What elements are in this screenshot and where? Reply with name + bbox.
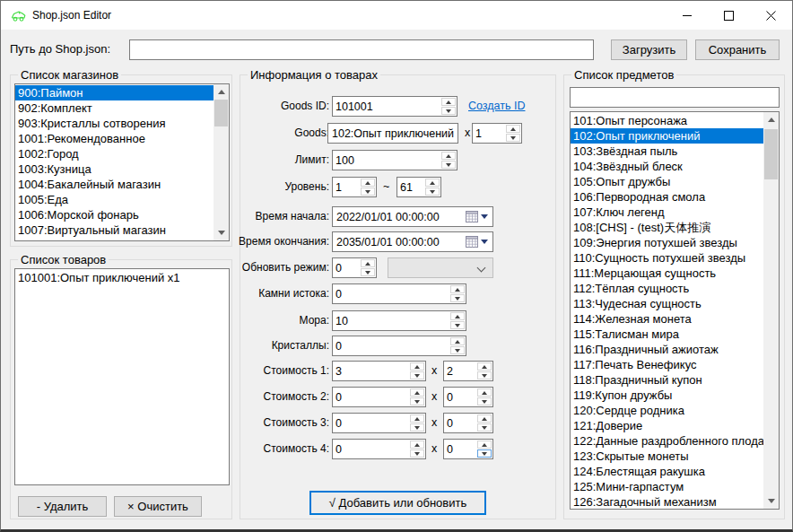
spin-down-icon[interactable]: [410, 397, 424, 406]
spin-up-icon[interactable]: [410, 414, 424, 423]
list-item[interactable]: 104:Звёздный блеск: [571, 159, 763, 174]
list-item[interactable]: 117:Печать Венефикус: [571, 357, 763, 372]
spin-up-icon[interactable]: [425, 179, 440, 187]
list-item[interactable]: 115:Талисман мира: [571, 327, 763, 342]
list-item[interactable]: 108:[CHS] - (test)天体推演: [571, 220, 763, 235]
cost1-count-input[interactable]: [444, 362, 476, 380]
end-time-input[interactable]: [333, 236, 466, 249]
list-item[interactable]: 122:Данные раздробленного плода: [571, 433, 763, 449]
cost1-item-spinner[interactable]: [332, 361, 426, 381]
list-item[interactable]: 1001:Рекомендованное: [15, 131, 214, 146]
level-min-input[interactable]: [333, 178, 360, 196]
spin-down-icon[interactable]: [450, 294, 465, 302]
list-item[interactable]: 1007:Виртуальный магазин: [15, 222, 214, 238]
goods-input[interactable]: [327, 123, 458, 144]
list-item[interactable]: 116:Праздничный ажиотаж: [571, 342, 763, 357]
refresh-mode-spinner[interactable]: [332, 257, 377, 278]
save-button[interactable]: Сохранить: [695, 39, 780, 60]
spin-down-icon[interactable]: [477, 371, 492, 379]
list-item[interactable]: 106:Первородная смола: [571, 189, 763, 205]
goods-count-spinner[interactable]: [472, 123, 522, 144]
spin-down-icon[interactable]: [477, 423, 492, 432]
add-or-update-button[interactable]: √ Добавить или обновить: [309, 491, 486, 515]
item-list-scrollbar[interactable]: [763, 112, 779, 509]
list-item[interactable]: 119:Купон дружбы: [571, 388, 763, 403]
spin-down-icon[interactable]: [441, 107, 456, 115]
scroll-down-icon[interactable]: [763, 493, 779, 509]
list-item[interactable]: 118:Праздничный купон: [571, 372, 763, 388]
cost1-item-input[interactable]: [333, 362, 409, 380]
calendar-dropdown[interactable]: [466, 211, 492, 222]
spin-up-icon[interactable]: [441, 98, 456, 106]
goods-id-input[interactable]: [333, 97, 440, 116]
list-item[interactable]: 123:Скрытые монеты: [571, 449, 763, 464]
list-item[interactable]: 1002:Город: [15, 146, 214, 161]
list-item[interactable]: 111:Мерцающая сущность: [571, 266, 763, 281]
mora-spinner[interactable]: [332, 310, 466, 331]
cost3-count-spinner[interactable]: [443, 413, 493, 433]
spin-down-icon[interactable]: [361, 188, 375, 196]
spin-up-icon[interactable]: [450, 337, 465, 345]
spin-up-icon[interactable]: [477, 440, 492, 449]
level-min-spinner[interactable]: [332, 177, 377, 197]
list-item[interactable]: 107:Ключ легенд: [571, 205, 763, 220]
list-item[interactable]: 114:Железная монета: [571, 311, 763, 327]
spin-down-icon[interactable]: [410, 449, 424, 458]
spin-up-icon[interactable]: [477, 414, 492, 423]
maximize-button[interactable]: [708, 1, 750, 30]
cost3-item-spinner[interactable]: [332, 413, 426, 433]
list-item[interactable]: 1006:Морской фонарь: [15, 207, 214, 222]
refresh-mode-input[interactable]: [333, 258, 360, 277]
spin-down-icon[interactable]: [506, 134, 520, 142]
limit-input[interactable]: [333, 151, 440, 170]
spin-up-icon[interactable]: [441, 152, 456, 160]
path-input[interactable]: [129, 39, 594, 60]
cost3-count-input[interactable]: [444, 414, 476, 432]
spin-down-icon[interactable]: [441, 161, 456, 169]
list-item[interactable]: 900:Паймон: [15, 85, 214, 100]
spin-up-icon[interactable]: [477, 362, 492, 371]
spin-down-icon[interactable]: [477, 449, 492, 458]
mora-input[interactable]: [333, 311, 449, 330]
spin-up-icon[interactable]: [450, 312, 465, 320]
list-item[interactable]: 121:Доверие: [571, 418, 763, 433]
list-item[interactable]: 1004:Бакалейный магазин: [15, 177, 214, 192]
level-max-input[interactable]: [397, 178, 424, 196]
cost4-item-input[interactable]: [333, 440, 409, 458]
list-item[interactable]: 125:Мини-гарпастум: [571, 479, 763, 494]
spin-up-icon[interactable]: [410, 440, 424, 449]
level-max-spinner[interactable]: [396, 177, 441, 197]
primogems-spinner[interactable]: [332, 283, 466, 304]
item-listbox[interactable]: 101:Опыт персонажа102:Опыт приключений10…: [570, 111, 780, 510]
spin-up-icon[interactable]: [410, 388, 424, 397]
list-item[interactable]: 124:Блестящая ракушка: [571, 464, 763, 479]
clear-goods-button[interactable]: × Очистить: [114, 496, 202, 517]
start-time-picker[interactable]: [332, 206, 493, 227]
spin-up-icon[interactable]: [450, 285, 465, 293]
minimize-button[interactable]: [666, 1, 708, 30]
limit-spinner[interactable]: [332, 150, 458, 170]
spin-down-icon[interactable]: [425, 188, 440, 196]
cost1-count-spinner[interactable]: [443, 361, 493, 381]
scroll-thumb[interactable]: [764, 129, 778, 179]
list-item[interactable]: 120:Сердце родника: [571, 403, 763, 418]
crystals-spinner[interactable]: [332, 336, 466, 356]
calendar-dropdown[interactable]: [466, 236, 492, 248]
item-search-input[interactable]: [570, 87, 780, 108]
scroll-up-icon[interactable]: [763, 112, 779, 127]
spin-down-icon[interactable]: [477, 397, 492, 406]
goods-id-spinner[interactable]: [332, 96, 458, 117]
crystals-input[interactable]: [333, 336, 449, 355]
cost2-item-input[interactable]: [333, 388, 409, 406]
spin-up-icon[interactable]: [361, 259, 375, 267]
list-item[interactable]: 113:Чудесная сущность: [571, 296, 763, 311]
list-item[interactable]: 902:Комплект: [15, 100, 214, 116]
cost2-count-input[interactable]: [444, 388, 476, 406]
start-time-input[interactable]: [333, 211, 466, 223]
spin-up-icon[interactable]: [410, 362, 424, 371]
cost2-item-spinner[interactable]: [332, 387, 426, 407]
cost4-count-spinner[interactable]: [443, 439, 493, 459]
list-item[interactable]: 102:Опыт приключений: [571, 128, 763, 144]
cost4-item-spinner[interactable]: [332, 439, 426, 459]
list-item[interactable]: 110:Сущность потухшей звезды: [571, 250, 763, 266]
